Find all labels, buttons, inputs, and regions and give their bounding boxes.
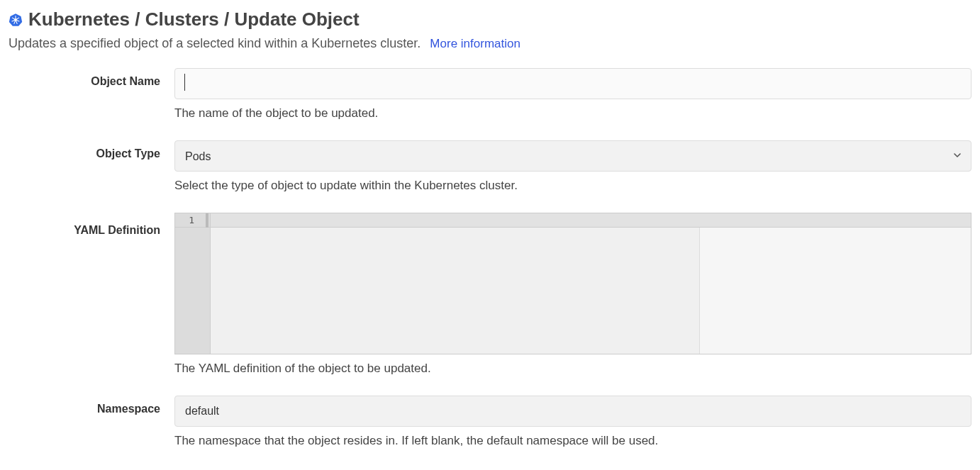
namespace-input[interactable]	[174, 396, 971, 427]
more-information-link[interactable]: More information	[430, 37, 520, 50]
object-name-label: Object Name	[9, 68, 174, 88]
form-row-object-name: Object Name The name of the object to be…	[9, 68, 971, 121]
editor-pane-right	[700, 228, 971, 354]
editor-gutter: 1	[175, 213, 211, 354]
editor-active-line	[211, 213, 971, 228]
object-name-help: The name of the object to be updated.	[174, 106, 971, 121]
form-row-object-type: Object Type Pods Select the type of obje…	[9, 140, 971, 193]
namespace-label: Namespace	[9, 396, 174, 415]
editor-line-number: 1	[175, 213, 210, 228]
object-type-help: Select the type of object to update with…	[174, 179, 971, 193]
page-title: Kubernetes / Clusters / Update Object	[28, 9, 360, 30]
editor-body[interactable]	[211, 213, 971, 354]
yaml-definition-label: YAML Definition	[9, 213, 174, 237]
namespace-help: The namespace that the object resides in…	[174, 434, 971, 448]
form-row-namespace: Namespace The namespace that the object …	[9, 396, 971, 448]
object-type-label: Object Type	[9, 140, 174, 160]
editor-gutter-handle	[206, 213, 208, 228]
page-description: Updates a specified object of a selected…	[9, 36, 421, 50]
editor-pane-left	[211, 228, 700, 354]
object-type-select[interactable]: Pods	[174, 140, 971, 172]
yaml-code-editor[interactable]: 1	[174, 213, 971, 354]
object-name-input[interactable]	[174, 68, 971, 99]
page-description-row: Updates a specified object of a selected…	[9, 36, 971, 51]
text-cursor	[184, 74, 185, 91]
kubernetes-icon	[9, 13, 23, 27]
page-header: Kubernetes / Clusters / Update Object	[9, 9, 971, 30]
yaml-definition-help: The YAML definition of the object to be …	[174, 362, 971, 376]
form-row-yaml-definition: YAML Definition 1 The YAML definition of…	[9, 213, 971, 376]
